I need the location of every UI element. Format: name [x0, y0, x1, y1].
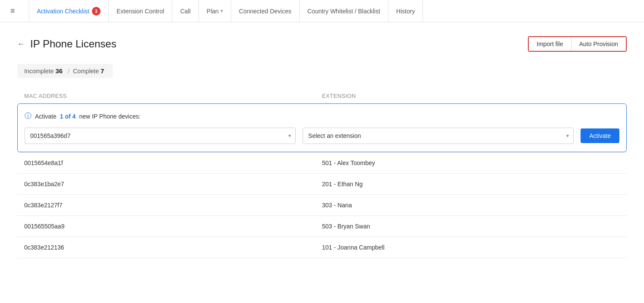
mac-cell: 001565505aa9 [24, 223, 322, 230]
tab-plan[interactable]: Plan ▾ [199, 0, 231, 22]
extension-cell: 201 - Ethan Ng [322, 181, 620, 187]
col-extension-header: Extension [322, 93, 620, 99]
activation-checklist-badge: 3 [92, 7, 101, 16]
tab-plan-inner: Plan ▾ [207, 8, 223, 15]
page-title: IP Phone Licenses [30, 38, 117, 50]
tab-activation-checklist-label: Activation Checklist [37, 8, 89, 15]
tab-country-whitelist-label: Country Whitelist / Blacklist [307, 8, 380, 15]
extension-cell: 101 - Joanna Campbell [322, 244, 620, 251]
table-row: 0c383e2127f7 303 - Nana [17, 194, 627, 216]
incomplete-value: 36 [55, 67, 63, 75]
table-row: 0015654e8a1f 501 - Alex Toombey [17, 152, 627, 173]
tab-country-whitelist[interactable]: Country Whitelist / Blacklist [300, 0, 388, 22]
mac-cell: 0c383e1ba2e7 [24, 181, 322, 187]
complete-label: Complete [73, 68, 99, 75]
mac-select[interactable]: 001565a396d7 [25, 128, 295, 144]
page-title-row: ← IP Phone Licenses [17, 38, 117, 50]
activate-text-after: new IP Phone devices: [79, 113, 140, 120]
col-mac-header: MAC Address [24, 93, 322, 99]
page-header: ← IP Phone Licenses Import file Auto Pro… [17, 36, 627, 52]
activate-controls: 001565a396d7 ▾ Select an extension ▾ Act… [25, 128, 619, 144]
table-row: 0c383e212136 101 - Joanna Campbell [17, 237, 627, 258]
extension-select[interactable]: Select an extension [303, 128, 573, 144]
tab-activation-checklist[interactable]: Activation Checklist 3 [29, 0, 109, 22]
import-file-button[interactable]: Import file [529, 37, 571, 51]
table-row: 0c383e1ba2e7 201 - Ethan Ng [17, 173, 627, 194]
table-row: 001565505aa9 503 - Bryan Swan [17, 216, 627, 237]
back-button[interactable]: ← [17, 40, 25, 49]
tab-call-label: Call [180, 8, 190, 15]
incomplete-label: Incomplete [24, 68, 54, 75]
table-header: MAC Address Extension [17, 88, 627, 103]
main-content: ← IP Phone Licenses Import file Auto Pro… [0, 22, 644, 272]
tab-history-label: History [396, 8, 415, 15]
activate-button[interactable]: Activate [581, 128, 619, 143]
activate-header: ⓘ Activate 1 of 4 new IP Phone devices: [25, 112, 619, 121]
active-device-row: ⓘ Activate 1 of 4 new IP Phone devices: … [17, 103, 627, 152]
extension-cell: 303 - Nana [322, 202, 620, 209]
mac-cell: 0c383e212136 [24, 244, 322, 251]
data-rows-container: 0015654e8a1f 501 - Alex Toombey 0c383e1b… [17, 152, 627, 258]
activate-text-before: Activate [35, 113, 57, 120]
chevron-down-icon: ▾ [221, 8, 223, 14]
activate-highlight: 1 of 4 [60, 113, 76, 120]
tab-plan-label: Plan [207, 8, 219, 15]
mac-cell: 0015654e8a1f [24, 159, 322, 166]
tab-extension-control-label: Extension Control [117, 8, 164, 15]
stat-separator: / [68, 68, 69, 75]
auto-provision-button[interactable]: Auto Provision [571, 37, 626, 51]
extension-cell: 503 - Bryan Swan [322, 223, 620, 230]
nav-tabs: Activation Checklist 3 Extension Control… [29, 0, 634, 22]
tab-history[interactable]: History [388, 0, 423, 22]
header-actions: Import file Auto Provision [528, 36, 627, 52]
top-nav: ≡ Activation Checklist 3 Extension Contr… [0, 0, 644, 22]
hamburger-icon[interactable]: ≡ [10, 6, 15, 16]
tab-extension-control[interactable]: Extension Control [109, 0, 173, 22]
mac-select-wrapper[interactable]: 001565a396d7 ▾ [25, 128, 296, 144]
tab-connected-devices[interactable]: Connected Devices [231, 0, 300, 22]
extension-cell: 501 - Alex Toombey [322, 159, 620, 166]
info-icon: ⓘ [25, 112, 32, 121]
tab-call[interactable]: Call [172, 0, 199, 22]
stats-row: Incomplete 36 / Complete 7 [17, 64, 113, 78]
mac-cell: 0c383e2127f7 [24, 202, 322, 209]
complete-value: 7 [101, 67, 104, 75]
tab-connected-devices-label: Connected Devices [239, 8, 291, 15]
extension-select-wrapper[interactable]: Select an extension ▾ [303, 128, 574, 144]
